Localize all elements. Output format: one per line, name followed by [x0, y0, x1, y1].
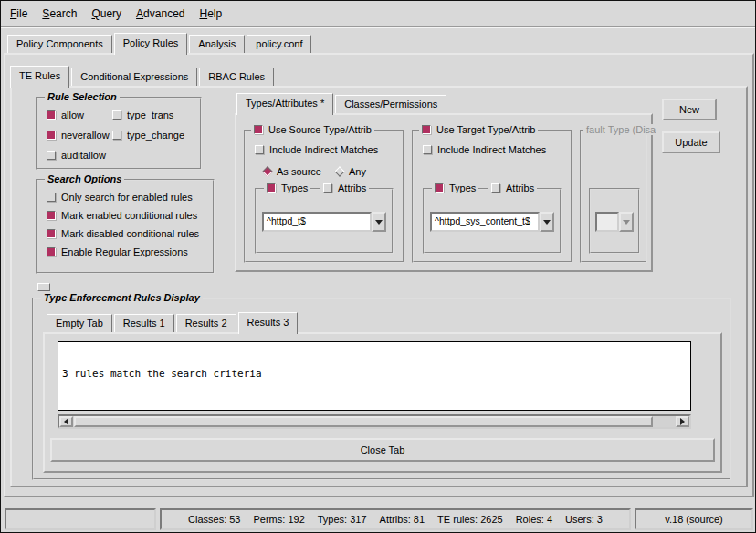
- checkbox-mark-disabled-conditional[interactable]: Mark disabled conditional rules: [47, 228, 199, 239]
- target-type-combo-value[interactable]: ^httpd_sys_content_t$: [430, 212, 540, 232]
- tab-policy-components[interactable]: Policy Components: [7, 35, 112, 53]
- checkbox-target-attribs-indicator: [491, 183, 500, 193]
- checkbox-source-indirect-label: Include Indirect Matches: [269, 144, 378, 155]
- source-type-group: Use Source Type/Attrib Include Indirect …: [244, 130, 404, 263]
- checkbox-use-target-type[interactable]: Use Target Type/Attrib: [419, 124, 538, 135]
- checkbox-mark-enabled-indicator: [47, 211, 56, 220]
- radio-as-source[interactable]: As source: [264, 166, 321, 177]
- scrollbar-thumb[interactable]: [74, 416, 653, 427]
- checkbox-target-attribs[interactable]: Attribs: [488, 183, 537, 193]
- tab-te-rules[interactable]: TE Rules: [10, 66, 69, 88]
- main-tab-bar: Policy Components Policy Rules Analysis …: [7, 31, 313, 53]
- menu-file[interactable]: File: [10, 7, 27, 20]
- tab-policy-rules[interactable]: Policy Rules: [114, 33, 188, 55]
- checkbox-source-indirect[interactable]: Include Indirect Matches: [255, 144, 378, 155]
- checkbox-target-indirect-indicator: [423, 145, 432, 154]
- source-type-combo-dropdown-button[interactable]: [372, 212, 386, 232]
- checkbox-source-types[interactable]: Types: [264, 183, 310, 193]
- checkbox-source-attribs-label: Attribs: [338, 183, 366, 193]
- tab-results-2[interactable]: Results 2: [176, 314, 236, 332]
- checkbox-neverallow[interactable]: neverallow: [47, 130, 110, 141]
- status-segment-stats: Classes: 53 Perms: 192 Types: 317 Attrib…: [160, 508, 631, 530]
- scrollbar-track[interactable]: [73, 416, 676, 427]
- checkbox-type-change-label: type_change: [127, 130, 184, 141]
- checkbox-only-enabled-rules[interactable]: Only search for enabled rules: [47, 192, 193, 203]
- radio-any-indicator: [334, 166, 344, 176]
- checkbox-auditallow-label: auditallow: [61, 150, 106, 161]
- checkbox-type-change-indicator: [112, 131, 121, 140]
- checkbox-only-enabled-label: Only search for enabled rules: [61, 192, 193, 203]
- status-users: Users: 3: [565, 514, 603, 525]
- checkbox-use-source-type[interactable]: Use Source Type/Attrib: [251, 124, 374, 135]
- tab-conditional-expressions[interactable]: Conditional Expressions: [71, 68, 197, 86]
- tab-policy-conf[interactable]: policy.conf: [247, 35, 311, 53]
- checkbox-enable-regex-indicator: [47, 247, 56, 256]
- chevron-down-icon: [543, 220, 551, 225]
- checkbox-target-types[interactable]: Types: [432, 183, 478, 193]
- status-types: Types: 317: [318, 514, 367, 525]
- checkbox-source-attribs[interactable]: Attribs: [320, 183, 369, 193]
- menu-advanced[interactable]: Advanced: [136, 7, 184, 20]
- checkbox-neverallow-label: neverallow: [61, 130, 110, 141]
- checkbox-auditallow-indicator: [47, 151, 56, 160]
- checkbox-type-change[interactable]: type_change: [112, 130, 184, 141]
- search-options-title: Search Options: [45, 173, 124, 184]
- checkbox-type-trans[interactable]: type_trans: [112, 110, 173, 120]
- checkbox-target-types-label: Types: [449, 183, 476, 193]
- pane-sash-handle[interactable]: [37, 283, 50, 291]
- horizontal-scrollbar[interactable]: [58, 414, 691, 429]
- checkbox-type-trans-indicator: [112, 110, 121, 120]
- scroll-right-button[interactable]: [676, 416, 689, 427]
- target-type-combo-dropdown-button[interactable]: [540, 212, 554, 232]
- policy-rules-pane: TE Rules Conditional Expressions RBAC Ru…: [4, 53, 754, 497]
- menu-search[interactable]: Search: [42, 7, 77, 20]
- scroll-left-button[interactable]: [59, 416, 73, 427]
- checkbox-allow-indicator: [47, 110, 56, 120]
- arrow-right-icon: [680, 418, 685, 425]
- radio-as-source-indicator: [262, 166, 272, 176]
- results-text-area[interactable]: 3 rules match the search criteria (5822)…: [58, 341, 691, 411]
- checkbox-mark-disabled-label: Mark disabled conditional rules: [61, 228, 199, 239]
- checkbox-target-indirect[interactable]: Include Indirect Matches: [423, 144, 546, 155]
- source-type-combo[interactable]: ^httpd_t$: [262, 212, 386, 232]
- status-segment-version: v.18 (source): [635, 508, 753, 530]
- status-segment-left: [5, 508, 156, 530]
- update-button[interactable]: Update: [662, 131, 720, 153]
- status-roles: Roles: 4: [516, 514, 552, 525]
- source-radio-row: As source Any: [264, 166, 366, 177]
- checkbox-allow[interactable]: allow: [47, 110, 84, 120]
- target-type-combo[interactable]: ^httpd_sys_content_t$: [430, 212, 554, 232]
- app-window: File Search Query Advanced Help Policy C…: [0, 0, 756, 533]
- checkbox-allow-label: allow: [61, 110, 84, 120]
- tab-results-3[interactable]: Results 3: [238, 312, 299, 334]
- menu-help[interactable]: Help: [199, 7, 222, 20]
- checkbox-use-source-indicator: [254, 125, 263, 134]
- tab-results-1[interactable]: Results 1: [114, 314, 174, 332]
- status-perms: Perms: 192: [254, 514, 305, 525]
- results-tab-bar: Empty Tab Results 1 Results 2 Results 3: [47, 310, 299, 332]
- checkbox-enable-regex[interactable]: Enable Regular Expressions: [47, 246, 188, 257]
- target-types-attribs-box: Types Attribs ^httpd_sys_content_t$: [423, 188, 562, 254]
- tab-analysis[interactable]: Analysis: [189, 35, 245, 53]
- menu-query[interactable]: Query: [91, 7, 121, 20]
- checkbox-mark-enabled-conditional[interactable]: Mark enabled conditional rules: [47, 210, 197, 221]
- chevron-down-icon: [623, 220, 630, 225]
- source-types-attribs-box: Types Attribs ^httpd_t$: [255, 188, 394, 254]
- tab-rbac-rules[interactable]: RBAC Rules: [199, 68, 274, 86]
- source-type-combo-value[interactable]: ^httpd_t$: [262, 212, 372, 232]
- radio-any[interactable]: Any: [336, 166, 366, 177]
- default-type-inner-box: [589, 188, 640, 254]
- te-rules-display-group: Type Enforcement Rules Display Empty Tab…: [32, 298, 731, 480]
- tab-classes-permissions[interactable]: Classes/Permissions: [335, 95, 446, 113]
- checkbox-source-types-label: Types: [281, 183, 308, 193]
- new-button[interactable]: New: [662, 99, 717, 120]
- checkbox-auditallow[interactable]: auditallow: [47, 150, 106, 161]
- target-type-group: Use Target Type/Attrib Include Indirect …: [412, 130, 572, 263]
- checkbox-mark-enabled-label: Mark enabled conditional rules: [61, 210, 197, 221]
- tab-types-attributes[interactable]: Types/Attributes *: [236, 93, 333, 115]
- radio-as-source-label: As source: [277, 166, 321, 177]
- tab-empty[interactable]: Empty Tab: [47, 314, 112, 332]
- default-type-group: fault Type (Disa: [580, 130, 647, 263]
- rules-tab-bar: TE Rules Conditional Expressions RBAC Ru…: [10, 64, 276, 86]
- close-tab-button[interactable]: Close Tab: [50, 438, 715, 462]
